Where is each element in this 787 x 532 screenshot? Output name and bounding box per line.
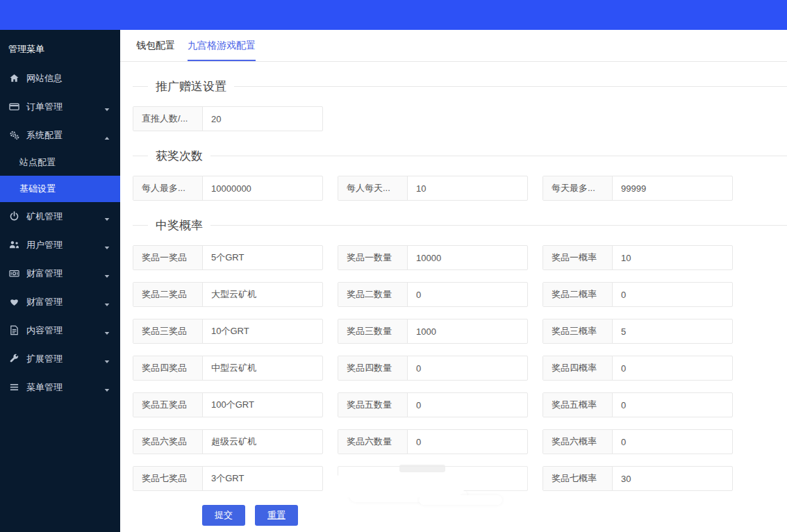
- field-label: 直推人数/...: [133, 107, 203, 131]
- field-input[interactable]: [613, 467, 732, 490]
- cogs-icon: [9, 130, 21, 141]
- sidebar-item-system-config[interactable]: 系统配置: [0, 121, 120, 149]
- field-label: 奖品六数量: [338, 430, 408, 454]
- field-label: 奖品五概率: [543, 393, 613, 417]
- field-input[interactable]: [408, 356, 527, 380]
- caret-down-icon: [103, 356, 110, 362]
- wrench-icon: [9, 354, 21, 365]
- field-label: 奖品三奖品: [133, 319, 203, 343]
- form-field: 奖品一数量: [338, 245, 528, 270]
- sidebar-item-miner-management[interactable]: 矿机管理: [0, 202, 120, 231]
- sidebar-item-extension-management[interactable]: 扩展管理: [0, 344, 120, 373]
- form-field: 奖品一奖品: [133, 245, 323, 270]
- sidebar-item-label: 财富管理: [26, 296, 63, 308]
- field-input[interactable]: [203, 176, 322, 200]
- field-input[interactable]: [408, 430, 527, 454]
- form-field: 奖品七概率: [542, 466, 733, 491]
- field-input[interactable]: [203, 467, 322, 490]
- sidebar-item-wealth-management-2[interactable]: 财富管理: [0, 288, 120, 316]
- field-input[interactable]: [408, 283, 527, 306]
- form-row: 直推人数/...: [133, 106, 733, 131]
- caret-down-icon: [103, 242, 110, 248]
- form-field: 奖品七奖品: [133, 466, 323, 491]
- sidebar-title: 管理菜单: [0, 30, 120, 64]
- users-icon: [9, 240, 21, 251]
- sidebar-nav: 网站信息 订单管理 系统配置 站点配置基础设置 矿机管理 用户管理 财富管理 财…: [0, 64, 120, 401]
- field-input[interactable]: [613, 393, 732, 417]
- tab-grid-game-config[interactable]: 九宫格游戏配置: [188, 30, 256, 61]
- field-label: 奖品一数量: [338, 246, 408, 269]
- field-input[interactable]: [203, 430, 322, 454]
- form-row: 每人最多... 每人每天... 每天最多...: [133, 176, 733, 201]
- form-field: 奖品三数量: [338, 319, 528, 344]
- sidebar-item-menu-management[interactable]: 菜单管理: [0, 373, 120, 401]
- sidebar-subitem-basic-settings[interactable]: 基础设置: [0, 176, 120, 202]
- tab-wallet-config[interactable]: 钱包配置: [136, 30, 175, 61]
- tab-bar: 钱包配置九宫格游戏配置: [120, 30, 787, 62]
- section-title: 获奖次数: [133, 148, 787, 164]
- form-field: 奖品五奖品: [133, 392, 323, 417]
- field-input[interactable]: [408, 319, 527, 343]
- main-panel: 钱包配置九宫格游戏配置 推广赠送设置 直推人数/... 获奖次数 每人最多...…: [120, 30, 787, 532]
- field-label: 每人最多...: [133, 176, 203, 200]
- field-input[interactable]: [203, 393, 322, 417]
- form-actions: 提交重置: [202, 505, 787, 526]
- field-input[interactable]: [613, 356, 732, 380]
- sidebar-item-content-management[interactable]: 内容管理: [0, 316, 120, 344]
- form-field: 奖品一概率: [542, 245, 733, 270]
- field-label: 奖品六奖品: [133, 430, 203, 454]
- field-label: 奖品四数量: [338, 356, 408, 380]
- field-input[interactable]: [203, 107, 322, 131]
- sidebar-subitem-site-config[interactable]: 站点配置: [0, 149, 120, 176]
- erase-artifact: [333, 474, 465, 497]
- field-input[interactable]: [613, 283, 732, 306]
- submit-button[interactable]: 提交: [202, 505, 245, 526]
- form-row: 奖品六奖品 奖品六数量 奖品六概率: [133, 429, 733, 454]
- caret-down-icon: [103, 328, 110, 333]
- form-field: 每人最多...: [133, 176, 323, 201]
- form-field: 奖品六概率: [542, 429, 733, 454]
- field-input[interactable]: [613, 176, 732, 200]
- caret-down-icon: [103, 385, 110, 390]
- field-input[interactable]: [203, 283, 322, 306]
- field-input[interactable]: [203, 246, 322, 269]
- sidebar-item-user-management[interactable]: 用户管理: [0, 231, 120, 259]
- erase-remnant: [399, 465, 445, 472]
- field-input[interactable]: [203, 319, 322, 343]
- field-input[interactable]: [613, 319, 732, 343]
- field-label: 奖品七奖品: [133, 467, 203, 490]
- form-row: 奖品五奖品 奖品五数量 奖品五概率: [133, 392, 733, 417]
- top-header-bar: [0, 0, 787, 30]
- field-input[interactable]: [203, 356, 322, 380]
- form-row: 奖品七奖品 奖品七概率: [133, 466, 733, 491]
- field-label: 奖品五数量: [338, 393, 408, 417]
- sidebar-item-website-info[interactable]: 网站信息: [0, 64, 120, 92]
- form-field: 奖品六数量: [338, 429, 528, 454]
- form-field-obscured: [338, 466, 528, 491]
- reset-button[interactable]: 重置: [255, 505, 298, 526]
- section-title: 推广赠送设置: [133, 78, 787, 94]
- form-field: 奖品三奖品: [133, 319, 323, 344]
- form-row: 奖品一奖品 奖品一数量 奖品一概率: [133, 245, 733, 270]
- field-input[interactable]: [613, 430, 732, 454]
- caret-up-icon: [103, 133, 110, 138]
- field-input[interactable]: [408, 393, 527, 417]
- field-label: 奖品一概率: [543, 246, 613, 269]
- field-label: 奖品五奖品: [133, 393, 203, 417]
- sidebar-item-label: 财富管理: [26, 267, 63, 280]
- field-input[interactable]: [613, 246, 732, 269]
- field-input[interactable]: [408, 246, 527, 269]
- field-label: 每人每天...: [338, 176, 408, 200]
- home-icon: [9, 73, 21, 84]
- sidebar-item-label: 菜单管理: [26, 381, 63, 394]
- field-input[interactable]: [408, 176, 527, 200]
- form-field: 奖品二奖品: [133, 282, 323, 307]
- sidebar-item-wealth-management-1[interactable]: 财富管理: [0, 259, 120, 288]
- form-row: 奖品四奖品 奖品四数量 奖品四概率: [133, 356, 733, 381]
- caret-down-icon: [103, 271, 110, 276]
- sidebar-item-order-management[interactable]: 订单管理: [0, 92, 120, 121]
- field-label: 奖品七概率: [543, 467, 613, 490]
- form-field: 奖品二数量: [338, 282, 528, 307]
- sidebar: 管理菜单 网站信息 订单管理 系统配置 站点配置基础设置 矿机管理 用户管理 财…: [0, 30, 120, 532]
- money-icon: [9, 268, 21, 279]
